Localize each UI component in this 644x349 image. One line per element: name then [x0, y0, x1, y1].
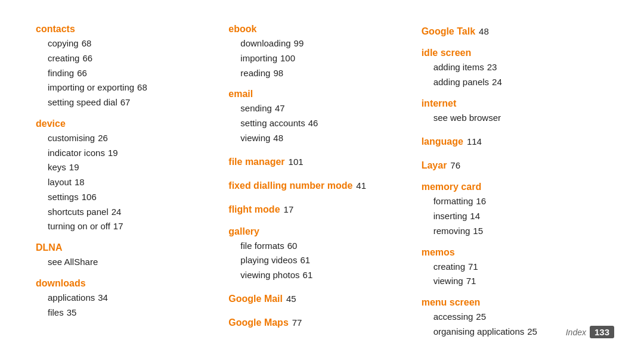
entry-label-0-0-0: copying	[48, 36, 79, 51]
section-2-5: memory cardformatting16inserting14removi…	[422, 182, 614, 238]
section-heading-row-1-6: Google Mail45	[228, 291, 421, 307]
section-1-4: flight mode17	[228, 202, 421, 217]
entry-1-1-2: viewing48	[228, 131, 421, 146]
entry-page-1-0-1: 100	[280, 51, 295, 66]
entry-page-1-0-2: 98	[273, 66, 283, 81]
entry-1-0-1: importing100	[228, 51, 421, 66]
heading-1-2: file manager	[228, 154, 284, 170]
section-0-3: downloadsapplications34files35	[36, 278, 228, 320]
section-0-0: contactscopying68creating66finding66impo…	[36, 24, 228, 110]
section-1-3: fixed dialling number mode41	[228, 178, 421, 194]
entry-label-2-7-0: accessing	[434, 310, 473, 325]
column-2: Google Talk48idle screenadding items23ad…	[422, 24, 614, 325]
entry-1-0-2: reading98	[228, 66, 421, 81]
section-1-1: emailsending47setting accounts46viewing4…	[228, 89, 421, 145]
heading-2-4: Layar	[422, 158, 447, 173]
entry-label-1-1-0: sending	[240, 101, 272, 116]
entry-page-2-1-1: 24	[492, 75, 502, 90]
heading-1-6: Google Mail	[228, 291, 283, 307]
column-1: ebookdownloading99importing100reading98e…	[228, 24, 421, 325]
entry-page-1-1-2: 48	[273, 131, 283, 146]
entry-page-2-1-0: 23	[487, 60, 497, 75]
heading-page-1-4: 17	[284, 202, 294, 217]
heading-page-1-6: 45	[286, 292, 296, 307]
entry-page-0-1-0: 26	[98, 131, 108, 146]
entry-page-0-3-0: 34	[98, 291, 108, 306]
entry-label-0-1-5: shortcuts panel	[48, 205, 109, 220]
heading-0-2: DLNA	[36, 242, 228, 253]
entry-label-0-1-4: settings	[48, 190, 79, 205]
entry-label-1-1-2: viewing	[240, 131, 270, 146]
heading-page-1-2: 101	[289, 155, 304, 170]
heading-2-0: Google Talk	[422, 24, 475, 39]
entry-0-1-3: layout18	[36, 175, 228, 190]
section-2-1: idle screenadding items23adding panels24	[422, 48, 614, 90]
entry-label-2-5-1: inserting	[434, 209, 467, 224]
entry-page-0-0-1: 66	[82, 51, 92, 66]
entry-0-0-2: finding66	[36, 66, 228, 81]
entry-page-1-1-1: 46	[308, 116, 318, 131]
entry-2-5-1: inserting14	[422, 209, 614, 224]
entry-0-1-5: shortcuts panel24	[36, 205, 228, 220]
entry-1-5-1: playing videos61	[228, 253, 421, 268]
entry-page-1-5-2: 61	[303, 268, 313, 283]
entry-page-0-1-4: 106	[82, 190, 97, 205]
section-1-5: galleryfile formats60playing videos61vie…	[228, 226, 421, 283]
entry-1-5-2: viewing photos61	[228, 268, 421, 283]
heading-2-5: memory card	[422, 182, 614, 192]
section-2-0: Google Talk48	[422, 24, 614, 39]
entry-label-0-0-4: setting speed dial	[48, 95, 117, 110]
entry-page-2-5-0: 16	[476, 194, 486, 209]
entry-label-0-0-2: finding	[48, 66, 74, 81]
entry-page-0-3-1: 35	[67, 306, 77, 320]
heading-page-2-4: 76	[450, 158, 460, 173]
entry-label-2-7-1: organising applications	[434, 325, 525, 339]
section-2-4: Layar76	[422, 158, 614, 173]
entry-page-0-0-3: 68	[137, 80, 147, 95]
entry-1-5-0: file formats60	[228, 239, 421, 254]
entry-label-1-5-1: playing videos	[240, 253, 297, 268]
entry-0-0-0: copying68	[36, 36, 228, 51]
entry-2-1-1: adding panels24	[422, 75, 614, 90]
section-1-2: file manager101	[228, 154, 421, 170]
section-heading-row-2-4: Layar76	[422, 158, 614, 173]
entry-0-1-6: turning on or off17	[36, 219, 228, 234]
footer-label: Index	[566, 328, 586, 337]
entry-1-1-0: sending47	[228, 101, 421, 116]
entry-1-1-1: setting accounts46	[228, 116, 421, 131]
entry-page-0-1-3: 18	[75, 175, 85, 190]
entry-page-1-1-0: 47	[275, 101, 285, 116]
entry-label-0-0-1: creating	[48, 51, 79, 66]
entry-label-0-2-0: see AllShare	[48, 255, 98, 270]
entry-label-2-5-0: formatting	[434, 194, 473, 209]
section-heading-row-2-3: language114	[422, 134, 614, 149]
entry-page-2-6-1: 71	[466, 274, 476, 289]
entry-1-0-0: downloading99	[228, 36, 421, 51]
section-heading-row-1-2: file manager101	[228, 154, 421, 170]
section-0-2: DLNAsee AllShare	[36, 242, 228, 270]
entry-2-1-0: adding items23	[422, 60, 614, 75]
section-2-6: memoscreating71viewing71	[422, 247, 614, 289]
entry-label-1-0-2: reading	[240, 66, 270, 81]
heading-page-2-0: 48	[479, 24, 489, 39]
entry-2-5-2: removing15	[422, 224, 614, 239]
entry-0-3-0: applications34	[36, 291, 228, 306]
heading-2-7: menu screen	[422, 297, 614, 308]
heading-1-5: gallery	[228, 226, 421, 237]
heading-0-1: device	[36, 119, 228, 129]
entry-page-1-0-0: 99	[294, 36, 304, 51]
heading-0-3: downloads	[36, 278, 228, 289]
heading-0-0: contacts	[36, 24, 228, 35]
entry-2-7-0: accessing25	[422, 310, 614, 325]
entry-label-1-0-0: downloading	[240, 36, 290, 51]
entry-page-1-5-0: 60	[287, 239, 298, 254]
entry-label-1-5-0: file formats	[240, 239, 284, 254]
entry-label-0-1-2: keys	[48, 160, 66, 175]
section-1-0: ebookdownloading99importing100reading98	[228, 24, 421, 80]
entry-page-1-5-1: 61	[300, 253, 310, 268]
entry-0-1-0: customising26	[36, 131, 228, 146]
heading-1-3: fixed dialling number mode	[228, 178, 352, 194]
entry-0-3-1: files35	[36, 306, 228, 320]
entry-page-0-0-2: 66	[77, 66, 87, 81]
entry-0-1-4: settings106	[36, 190, 228, 205]
